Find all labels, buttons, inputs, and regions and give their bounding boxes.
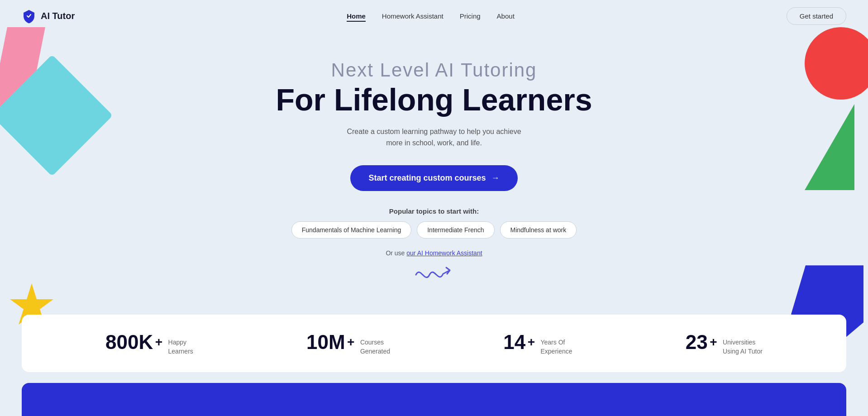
topic-chips-container: Fundamentals of Machine Learning Interme…	[9, 221, 859, 239]
or-use-text: Or use our AI Homework Assistant	[9, 249, 859, 257]
hero-description: Create a custom learning pathway to help…	[9, 126, 859, 149]
hero-section: Next Level AI Tutoring For Lifelong Lear…	[0, 32, 868, 302]
stat-label-1: Courses Generated	[360, 338, 390, 356]
stat-label-0: Happy Learners	[168, 338, 193, 356]
stat-label-2: Years Of Experience	[540, 338, 572, 356]
get-started-button[interactable]: Get started	[787, 7, 846, 25]
stat-courses-generated: 10M + Courses Generated	[306, 331, 390, 356]
popular-topics-section: Popular topics to start with: Fundamenta…	[9, 207, 859, 239]
popular-topics-label: Popular topics to start with:	[9, 207, 859, 215]
nav-about[interactable]: About	[497, 12, 515, 20]
stat-plus-1: +	[347, 335, 354, 349]
logo-text: AI Tutor	[41, 11, 75, 21]
topic-chip-2[interactable]: Mindfulness at work	[500, 221, 577, 239]
stat-happy-learners: 800K + Happy Learners	[105, 331, 193, 356]
nav-home[interactable]: Home	[347, 12, 366, 22]
stat-label-3: Universities Using AI Tutor	[723, 338, 763, 356]
hero-title: For Lifelong Learners	[9, 83, 859, 117]
stat-plus-2: +	[528, 335, 535, 349]
navbar: AI Tutor Home Homework Assistant Pricing…	[0, 0, 868, 32]
hero-subtitle: Next Level AI Tutoring	[9, 59, 859, 81]
stat-number-0: 800K	[105, 331, 153, 353]
topic-chip-0[interactable]: Fundamentals of Machine Learning	[291, 221, 411, 239]
topic-chip-1[interactable]: Intermediate French	[417, 221, 494, 239]
stat-plus-0: +	[155, 335, 162, 349]
stat-number-1: 10M	[306, 331, 345, 353]
ai-tutor-logo-icon	[22, 9, 36, 24]
stat-plus-3: +	[710, 335, 717, 349]
homework-assistant-link[interactable]: our AI Homework Assistant	[406, 249, 482, 257]
nav-homework-assistant[interactable]: Homework Assistant	[382, 12, 444, 20]
bottom-blue-section	[22, 383, 846, 416]
nav-pricing[interactable]: Pricing	[460, 12, 481, 20]
nav-menu: Home Homework Assistant Pricing About	[347, 12, 515, 20]
stat-number-2: 14	[503, 331, 525, 353]
squiggle-arrow	[414, 261, 454, 284]
stats-section: 800K + Happy Learners 10M + Courses Gene…	[22, 315, 846, 372]
stat-years-experience: 14 + Years Of Experience	[503, 331, 572, 356]
stat-universities: 23 + Universities Using AI Tutor	[686, 331, 763, 356]
logo-link[interactable]: AI Tutor	[22, 9, 75, 24]
stat-number-3: 23	[686, 331, 708, 353]
create-courses-button[interactable]: Start creating custom courses →	[350, 165, 517, 191]
